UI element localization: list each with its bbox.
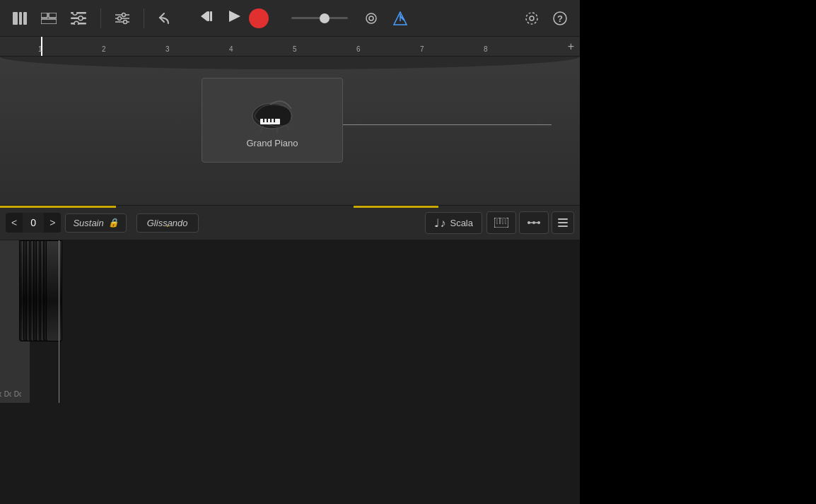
settings-button[interactable] xyxy=(520,8,543,28)
ruler-mark-4: 4 xyxy=(229,45,233,53)
undo-button[interactable] xyxy=(154,9,178,28)
record-button[interactable] xyxy=(249,8,269,28)
ruler-mark-8: 8 xyxy=(484,45,488,53)
svg-line-39 xyxy=(286,124,288,130)
svg-marker-18 xyxy=(201,11,207,21)
piano-keyboard: Do2Do3Do4 xyxy=(0,240,580,403)
library-button[interactable] xyxy=(8,9,31,28)
toolbar: ? xyxy=(0,0,580,37)
svg-point-16 xyxy=(118,16,122,20)
ruler-marks: 1 2 3 4 5 6 7 8 xyxy=(6,37,574,56)
octave-next-button[interactable]: > xyxy=(44,213,61,233)
metronome-button[interactable] xyxy=(389,8,412,28)
transport-group xyxy=(195,8,269,28)
timeline-ruler: 1 2 3 4 5 6 7 8 + xyxy=(0,37,580,57)
piano-icon xyxy=(247,93,297,135)
octave-value: 0 xyxy=(23,213,44,233)
grand-piano-block[interactable]: Grand Piano xyxy=(202,78,343,163)
sustain-label: Sustain xyxy=(73,218,103,228)
menu-button[interactable] xyxy=(552,211,574,234)
glissando-label: Glissando xyxy=(147,218,188,228)
scala-note-icon: ♩♪ xyxy=(434,216,445,230)
volume-icon xyxy=(359,9,383,28)
svg-rect-4 xyxy=(49,13,57,18)
svg-rect-55 xyxy=(558,225,568,227)
ruler-mark-3: 3 xyxy=(165,45,170,53)
svg-rect-2 xyxy=(23,12,27,25)
keyboard-area: Do2Do3Do4 xyxy=(0,240,580,504)
ruler-mark-7: 7 xyxy=(420,45,424,53)
glissando-button[interactable]: Glissando xyxy=(136,213,199,233)
svg-point-50 xyxy=(537,221,540,224)
black-key-19[interactable] xyxy=(46,240,62,341)
keyboard-playhead xyxy=(59,240,59,403)
slider-track xyxy=(291,17,348,19)
svg-rect-54 xyxy=(558,222,568,223)
octave-navigator: < 0 > xyxy=(6,213,61,233)
svg-rect-45 xyxy=(496,218,499,223)
keyboard-view-button[interactable] xyxy=(486,211,516,234)
separator-2 xyxy=(144,8,144,28)
svg-rect-3 xyxy=(41,13,47,18)
ruler-mark-6: 6 xyxy=(356,45,361,53)
svg-point-23 xyxy=(369,16,373,20)
timeline-line xyxy=(343,124,552,125)
arpeggio-button[interactable] xyxy=(519,211,549,234)
separator-1 xyxy=(100,8,101,28)
svg-rect-1 xyxy=(19,12,22,25)
keyboard: Do2Do3Do4 xyxy=(0,240,580,403)
svg-point-27 xyxy=(530,16,534,20)
svg-point-22 xyxy=(366,13,376,23)
volume-slider[interactable] xyxy=(291,17,348,19)
piano-name: Grand Piano xyxy=(247,138,298,148)
slider-knob[interactable] xyxy=(320,13,330,23)
svg-point-11 xyxy=(74,21,78,25)
layout-button[interactable] xyxy=(37,10,61,27)
svg-rect-35 xyxy=(270,119,272,122)
mixer-button[interactable] xyxy=(66,9,91,28)
svg-rect-5 xyxy=(41,19,57,24)
svg-point-9 xyxy=(73,12,77,15)
ruler-mark-5: 5 xyxy=(293,45,297,53)
add-track-button[interactable]: + xyxy=(568,40,574,53)
sustain-button[interactable]: Sustain 🔒 xyxy=(65,213,126,233)
svg-point-17 xyxy=(124,20,127,23)
octave-prev-button[interactable]: < xyxy=(6,213,23,233)
view-controls xyxy=(486,211,574,234)
svg-point-15 xyxy=(122,13,126,16)
svg-point-10 xyxy=(78,16,83,20)
scala-label: Scala xyxy=(450,218,473,228)
controls-bar: < 0 > Sustain 🔒 Glissando ♩♪ Scala xyxy=(0,205,580,240)
track-area: Grand Piano xyxy=(0,57,580,205)
svg-rect-36 xyxy=(274,119,275,122)
svg-point-49 xyxy=(532,221,535,224)
rewind-button[interactable] xyxy=(195,8,219,28)
right-panel xyxy=(580,0,816,504)
lock-icon: 🔒 xyxy=(108,218,119,228)
svg-rect-20 xyxy=(210,11,212,21)
svg-point-28 xyxy=(526,13,537,24)
svg-point-48 xyxy=(528,221,530,224)
svg-marker-21 xyxy=(229,11,240,22)
svg-rect-53 xyxy=(558,218,568,220)
svg-rect-34 xyxy=(267,119,268,122)
help-button[interactable]: ? xyxy=(549,8,571,28)
svg-rect-33 xyxy=(263,119,264,122)
scala-button[interactable]: ♩♪ Scala xyxy=(425,212,482,234)
svg-rect-19 xyxy=(207,11,209,21)
svg-text:?: ? xyxy=(557,13,563,24)
controls-button[interactable] xyxy=(111,9,134,28)
ruler-mark-1: 1 xyxy=(38,45,42,53)
ruler-mark-2: 2 xyxy=(102,45,106,53)
svg-rect-0 xyxy=(13,12,18,25)
play-button[interactable] xyxy=(222,8,246,28)
svg-rect-46 xyxy=(502,218,504,223)
svg-rect-47 xyxy=(505,218,507,223)
